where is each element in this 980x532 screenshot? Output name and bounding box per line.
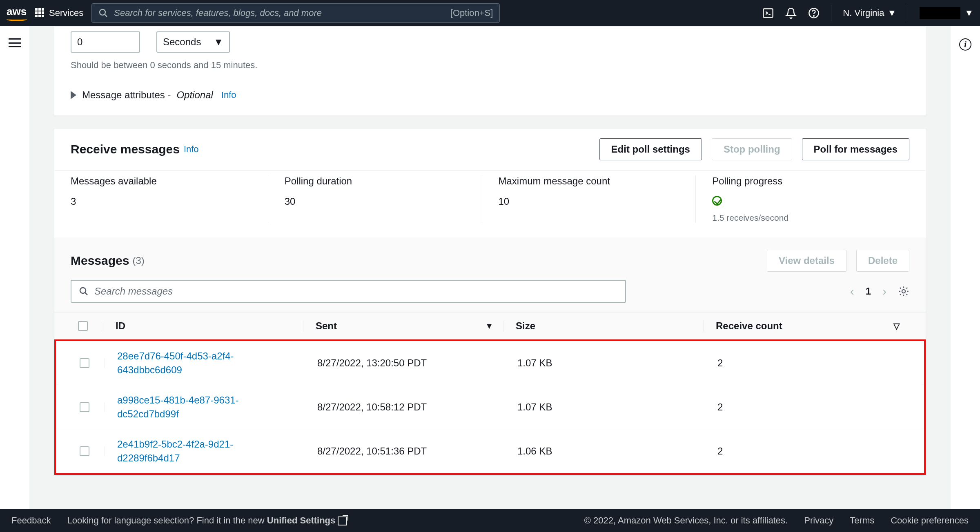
caret-right-icon [71,91,76,99]
cell-receive-count: 2 [705,357,908,369]
search-shortcut: [Option+S] [450,8,493,18]
page-number: 1 [866,286,871,297]
messages-toolbar: Search messages ‹ 1 › [54,280,926,313]
gear-icon[interactable] [898,286,909,297]
message-attributes-expander[interactable]: Message attributes - Optional Info [71,89,909,101]
help-icon[interactable] [808,7,820,19]
stat-value: 30 [285,196,482,207]
terms-link[interactable]: Terms [850,515,874,526]
right-rail: i [951,26,980,509]
account-redacted [920,7,960,19]
chevron-down-icon: ▼ [214,36,223,48]
svg-point-6 [80,288,86,293]
table-row: a998ce15-481b-4e87-9631-dc52cd7bd99f 8/2… [56,385,924,429]
delivery-delay-hint: Should be between 0 seconds and 15 minut… [71,60,909,71]
col-sent-label: Sent [316,320,337,332]
prev-page-button[interactable]: ‹ [850,284,854,298]
row-checkbox[interactable] [80,402,89,412]
send-message-panel-tail: 0 Seconds ▼ Should be between 0 seconds … [54,26,926,116]
search-icon [79,286,89,296]
svg-point-0 [100,9,105,15]
col-rc-label: Receive count [716,320,782,332]
cell-receive-count: 2 [705,401,908,413]
expander-info-link[interactable]: Info [221,90,236,100]
stop-polling-button: Stop polling [712,138,792,160]
aws-logo[interactable]: aws [7,5,27,21]
table-row: 28ee7d76-450f-4d53-a2f4-643dbbc6d609 8/2… [56,341,924,385]
poll-for-messages-button[interactable]: Poll for messages [802,138,909,160]
col-sent[interactable]: Sent ▼ [303,320,503,332]
cell-sent: 8/27/2022, 10:58:12 PDT [305,401,505,413]
col-id[interactable]: ID [103,320,303,332]
delivery-delay-input[interactable]: 0 [71,31,140,53]
account-menu[interactable]: ▼ [920,7,973,19]
messages-search-placeholder: Search messages [94,286,173,297]
receive-messages-panel: Receive messages Info Edit poll settings… [54,128,926,475]
next-page-button[interactable]: › [882,284,886,298]
message-id-link[interactable]: 28ee7d76-450f-4d53-a2f4-643dbbc6d609 [117,349,289,377]
cloudshell-icon[interactable] [762,7,774,19]
global-search-input[interactable]: Search for services, features, blogs, do… [91,3,500,23]
unified-settings-text: Unified Settings [267,515,335,525]
receive-stats: Messages available 3 Polling duration 30… [54,170,926,237]
row-checkbox[interactable] [80,446,89,456]
messages-header: Messages (3) View details Delete [54,237,926,280]
aws-logo-text: aws [7,5,27,18]
menu-toggle-button[interactable] [9,38,21,47]
messages-table: ID Sent ▼ Size Receive count ▽ 28ee7d76-… [54,313,926,475]
expander-optional: Optional [176,89,213,101]
row-checkbox[interactable] [80,358,89,368]
view-details-button: View details [767,250,846,272]
app-body: 0 Seconds ▼ Should be between 0 seconds … [0,26,980,509]
pagination: ‹ 1 › [850,284,909,298]
feedback-link[interactable]: Feedback [11,515,51,526]
delivery-delay-row: 0 Seconds ▼ [71,27,909,53]
receive-buttons: Edit poll settings Stop polling Poll for… [599,138,909,160]
col-size[interactable]: Size [503,320,704,332]
privacy-link[interactable]: Privacy [804,515,833,526]
unified-settings-link[interactable]: Unified Settings [267,515,347,525]
stat-max-message-count: Maximum message count 10 [482,175,696,223]
receive-title: Receive messages [71,142,180,156]
edit-poll-settings-button[interactable]: Edit poll settings [599,138,702,160]
aws-smile-icon [7,17,27,21]
chevron-down-icon: ▼ [887,8,896,18]
cell-size: 1.06 KB [505,446,705,457]
stat-messages-available: Messages available 3 [71,175,268,223]
messages-search-input[interactable]: Search messages [71,280,626,303]
top-nav: aws Services Search for services, featur… [0,0,980,26]
expander-label: Message attributes - [82,89,171,101]
grid-icon [35,8,45,18]
select-all-checkbox[interactable] [71,321,103,331]
search-icon [98,8,108,18]
messages-title: Messages [71,254,129,268]
receive-panel-header: Receive messages Info Edit poll settings… [54,129,926,170]
table-header: ID Sent ▼ Size Receive count ▽ [54,313,926,339]
cell-sent: 8/27/2022, 10:51:36 PDT [305,446,505,457]
message-id-link[interactable]: a998ce15-481b-4e87-9631-dc52cd7bd99f [117,393,289,421]
table-row: 2e41b9f2-5bc2-4f2a-9d21-d2289f6b4d17 8/2… [56,429,924,473]
cookie-preferences-link[interactable]: Cookie preferences [891,515,969,526]
search-placeholder: Search for services, features, blogs, do… [114,8,322,18]
region-selector[interactable]: N. Virginia ▼ [843,8,896,18]
delete-button: Delete [856,250,909,272]
receive-info-link[interactable]: Info [184,144,199,155]
messages-buttons: View details Delete [767,250,909,272]
stat-value: 3 [71,196,268,207]
stat-progress-text: 1.5 receives/second [712,213,909,223]
main-content: 0 Seconds ▼ Should be between 0 seconds … [29,26,951,509]
cell-size: 1.07 KB [505,401,705,413]
nav-divider [908,5,908,21]
message-id-link[interactable]: 2e41b9f2-5bc2-4f2a-9d21-d2289f6b4d17 [117,437,289,465]
messages-count: (3) [132,255,144,266]
lang-prompt: Looking for language selection? Find it … [67,515,347,526]
col-receive-count[interactable]: Receive count ▽ [704,320,909,332]
services-menu-button[interactable]: Services [35,8,83,18]
stat-value: 10 [499,196,696,207]
delivery-delay-unit-select[interactable]: Seconds ▼ [156,31,230,53]
region-label: N. Virginia [843,8,884,18]
info-panel-toggle[interactable]: i [959,38,971,51]
notifications-icon[interactable] [785,7,797,19]
lang-prompt-text: Looking for language selection? Find it … [67,515,267,525]
stat-polling-duration: Polling duration 30 [268,175,482,223]
